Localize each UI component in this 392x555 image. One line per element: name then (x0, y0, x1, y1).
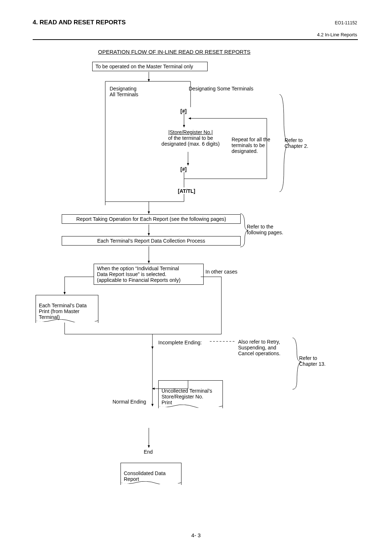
label-designating-some: Designating Some Terminals (189, 86, 253, 92)
label-refer-ch13: Refer to Chapter 13. (299, 355, 326, 367)
label-in-other-cases: In other cases (205, 269, 237, 275)
label-normal-ending: Normal Ending (113, 399, 146, 405)
label-designating-all: Designating All Terminals (110, 86, 138, 97)
flow-title: OPERATION FLOW OF IN-LINE READ OR RESET … (98, 49, 250, 55)
label-end: End (144, 449, 153, 455)
printout-each-terminal-text: Each Terminal’s Data Print (from Master … (39, 303, 87, 320)
box-option-individual: When the option “Individual Terminal Dat… (94, 264, 204, 285)
page-number: 4- 3 (0, 532, 392, 538)
printout-uncollected-text: Uncollected Terminal’s Store/Register No… (162, 388, 212, 405)
printout-each-terminal: Each Terminal’s Data Print (from Master … (36, 295, 98, 323)
header-rule (33, 39, 358, 40)
label-hash-2: [#] (180, 166, 187, 172)
label-also-refer-retry: Also refer to Retry, Suspending, and Can… (238, 339, 281, 356)
label-store-register-desc: of the terminal to be designated (max. 6… (156, 135, 225, 147)
page-header-title: 4. READ AND RESET REPORTS (33, 19, 126, 26)
label-store-register-title: |Store/Register No.| (156, 129, 225, 135)
label-refer-ch2: Refer to Chapter 2. (285, 137, 308, 149)
box-report-taking: Report Taking Operation for Each Report … (62, 214, 241, 224)
label-incomplete-ending: Incomplete Ending: (158, 340, 202, 345)
doc-id: EO1-11152 (335, 20, 357, 25)
label-refer-following: Refer to the following pages. (247, 224, 283, 235)
box-data-collection: Each Terminal’s Report Data Collection P… (62, 236, 241, 246)
label-attl: [AT/TL] (178, 188, 195, 194)
section-name: 4.2 In-Line Reports (317, 32, 357, 37)
label-repeat: Repeat for all the terminals to be desig… (232, 137, 270, 154)
label-hash-1: [#] (180, 108, 187, 114)
printout-consolidated: Consolidated Data Report (121, 463, 181, 485)
printout-uncollected: Uncollected Terminal’s Store/Register No… (158, 380, 223, 408)
box-master-terminal: To be operated on the Master Terminal on… (92, 62, 208, 71)
printout-consolidated-text: Consolidated Data Report (124, 470, 166, 482)
